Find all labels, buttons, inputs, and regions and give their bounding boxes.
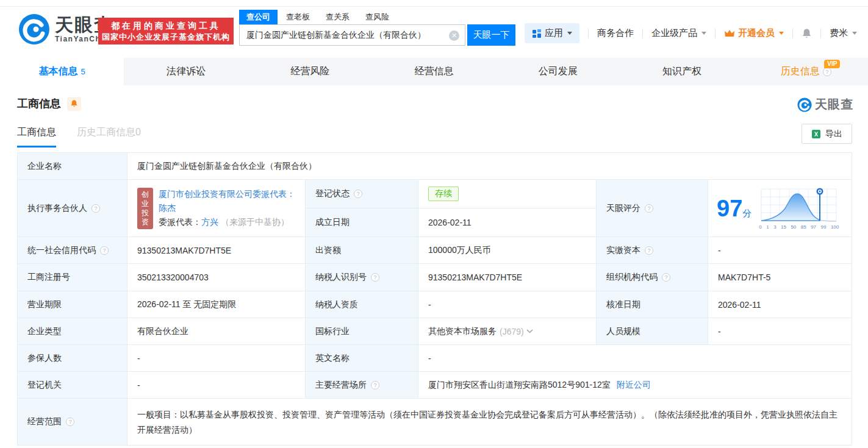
clear-search-icon[interactable]: ✕ (449, 30, 459, 41)
tab-intellectual-property[interactable]: 知识产权 (620, 58, 744, 85)
tianyancha-company-page: 天眼查 TianYanCha.com 都在用的商业查询工具 国家中小企业发展子基… (0, 0, 868, 448)
chevron-down-icon (852, 32, 857, 35)
business-cooperation-link[interactable]: 商务合作 (597, 27, 634, 39)
help-icon[interactable]: ? (354, 190, 362, 198)
score-bell-curve (759, 187, 839, 222)
open-vip-menu[interactable]: 开通会员 (724, 27, 784, 39)
contribution-value: 100000万人民币 (418, 237, 597, 264)
delegate-link[interactable]: 方兴 (201, 217, 218, 227)
apps-menu[interactable]: 应用 (525, 23, 579, 43)
help-icon[interactable]: ? (371, 381, 379, 389)
search-button[interactable]: 天眼一下 (467, 24, 515, 46)
field-label: 国标行业 (306, 318, 418, 345)
field-label: 企业类型 (18, 318, 127, 345)
section-title: 工商信息 (17, 96, 61, 111)
basic-info-count: 5 (81, 67, 85, 76)
bell-icon (70, 99, 78, 108)
monitor-bell-button[interactable] (67, 97, 81, 111)
industry-cell: 其他资本市场服务 (J679) (418, 318, 597, 345)
tab-operating-risk[interactable]: 经营风险 (248, 58, 372, 85)
business-scope-value: 一般项目：以私募基金从事股权投资、投资管理、资产管理等活动（须在中国证券投资基金… (127, 399, 852, 446)
address-value: 厦门市翔安区香山街道翔安南路5012号901-12室 (428, 380, 611, 391)
field-label: 参保人数 (18, 345, 127, 372)
business-term-value: 2026-02-11 至 无固定期限 (127, 291, 306, 318)
tianyan-score-cell: 97分 (708, 180, 852, 237)
staff-size-value: - (708, 318, 852, 345)
tab-legal[interactable]: 法律诉讼 (124, 58, 248, 85)
promo-line2: 国家中小企业发展子基金旗下机构 (102, 32, 230, 43)
company-type-value: 有限合伙企业 (127, 318, 306, 345)
field-label: 工商注册号 (18, 264, 127, 291)
tab-operating-info[interactable]: 经营信息 (372, 58, 496, 85)
excel-icon (811, 129, 821, 139)
credit-code-value: 91350213MAK7D7HT5E (127, 237, 306, 264)
help-icon[interactable]: ? (371, 273, 379, 282)
help-icon[interactable]: ? (662, 273, 670, 282)
enterprise-products-menu[interactable]: 企业级产品 (651, 27, 706, 39)
header-nav: 应用 商务合作 企业级产品 开通会员 费米 (525, 23, 857, 43)
field-label: 人员规模 (597, 318, 708, 345)
help-icon[interactable]: ? (645, 246, 653, 255)
tab-history-info[interactable]: 历史信息 ? VIP (744, 58, 868, 85)
score-axis-ticks: 0 1 3 15 50 85 97 99 100 (759, 224, 839, 230)
search-tab-boss[interactable]: 查老板 (279, 10, 317, 24)
search-tabs: 查公司 查老板 查关系 查风险 (239, 10, 515, 24)
help-icon[interactable]: ? (66, 418, 74, 426)
bell-curve-area (761, 194, 820, 221)
apps-label: 应用 (545, 27, 563, 39)
tianyancha-logo-icon (797, 98, 812, 112)
export-button[interactable]: 导出 (802, 124, 852, 144)
field-label: 纳税人资质 (306, 291, 418, 318)
search-tab-risk[interactable]: 查风险 (358, 10, 396, 24)
header-search: 查公司 查老板 查关系 查风险 ✕ 天眼一下 (239, 10, 515, 46)
partner-company-link[interactable]: 厦门市创业投资有限公司委派代表：陈杰 (159, 189, 295, 213)
field-label: 组织机构代码 (606, 272, 658, 283)
score-value: 97 (717, 196, 742, 221)
field-label: 出资额 (306, 237, 418, 264)
user-menu[interactable]: 费米 (830, 27, 857, 39)
promo-line1: 都在用的商业查询工具 (111, 20, 221, 32)
status-badge: 存续 (428, 187, 459, 201)
field-label: 纳税人识别号 (315, 272, 367, 283)
established-date-value: 2026-02-11 (418, 208, 597, 237)
approval-date-value: 2026-02-11 (708, 291, 852, 318)
tab-company-development[interactable]: 公司发展 (496, 58, 620, 85)
help-icon[interactable]: ? (645, 204, 653, 213)
field-label: 成立日期 (306, 208, 418, 237)
score-marker-pin (817, 188, 823, 195)
registration-number-value: 350213320004703 (127, 264, 306, 291)
executive-partner-cell: 创业投资 厦门市创业投资有限公司委派代表：陈杰 委派代表：方兴 （来源于中基协） (127, 180, 306, 237)
delegate-prefix: 委派代表： (159, 217, 201, 227)
search-input[interactable] (240, 25, 465, 45)
chevron-down-icon (567, 32, 572, 35)
nearby-companies-link[interactable]: 附近公司 (617, 380, 651, 391)
help-icon[interactable]: ? (100, 246, 109, 255)
notifications-button[interactable] (802, 28, 812, 39)
field-label: 英文名称 (306, 345, 418, 372)
help-icon[interactable]: ? (91, 204, 100, 213)
taxpayer-id-value: 91350213MAK7D7HT5E (418, 264, 597, 291)
industry-code: (J679) (500, 327, 524, 336)
field-label: 营业期限 (18, 291, 127, 318)
help-icon[interactable]: ? (823, 68, 831, 76)
search-tab-company[interactable]: 查公司 (239, 10, 278, 24)
tab-basic-info[interactable]: 基本信息 5 (0, 58, 124, 85)
subtab-history-business-info[interactable]: 历史工商信息0 (77, 126, 141, 148)
field-label: 企业名称 (18, 153, 127, 180)
english-name-value: - (418, 345, 852, 372)
top-divider (0, 6, 868, 7)
score-distribution-chart: 0 1 3 15 50 85 97 99 100 (759, 187, 840, 230)
subtab-business-info[interactable]: 工商信息 (17, 126, 56, 148)
bell-icon (802, 28, 812, 39)
field-label: 统一社会信用代码 (27, 245, 96, 256)
field-label: 实缴资本 (606, 245, 640, 256)
field-label: 经营范围 (27, 416, 62, 427)
field-label: 天眼评分 (606, 203, 640, 214)
delegate-source-note: （来源于中基协） (221, 217, 289, 227)
vip-badge: VIP (824, 60, 840, 68)
tianyancha-logo-icon (18, 13, 50, 45)
field-label: 主要经营场所 (315, 380, 367, 391)
chevron-down-icon[interactable] (526, 329, 533, 333)
business-info-subtabs: 工商信息 历史工商信息0 (17, 126, 141, 148)
search-tab-relation[interactable]: 查关系 (318, 10, 357, 24)
